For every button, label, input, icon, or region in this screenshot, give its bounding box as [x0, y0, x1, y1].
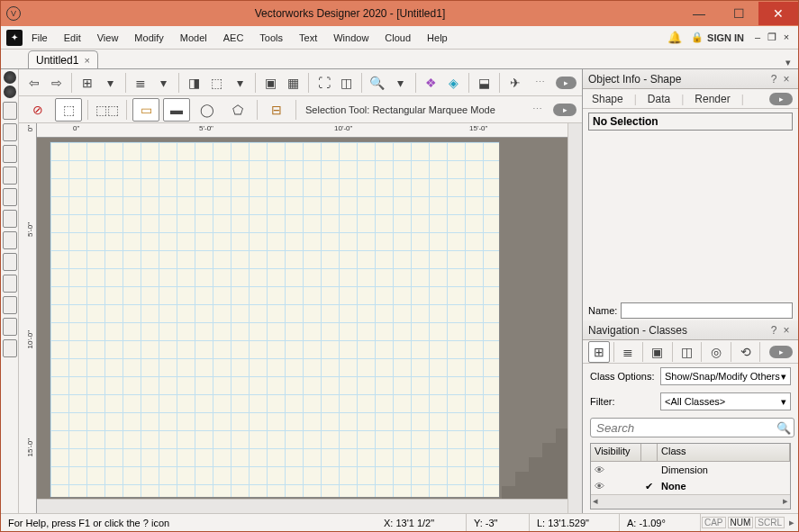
class-options-select[interactable]: Show/Snap/Modify Others▾ — [660, 367, 791, 385]
working-plane-dropdown[interactable]: ▾ — [231, 72, 250, 94]
scroll-right-icon[interactable]: ▸ — [783, 495, 788, 509]
doc-minimize-button[interactable]: – — [751, 32, 764, 43]
drawing-page[interactable] — [50, 141, 500, 498]
table-row[interactable]: 👁 ✔ None — [591, 478, 790, 494]
tab-close-icon[interactable]: × — [84, 55, 89, 66]
nav-classes-button[interactable]: ⊞ — [588, 341, 610, 363]
sign-in-button[interactable]: 🔒SIGN IN — [686, 32, 749, 43]
tab-render[interactable]: Render — [691, 93, 733, 105]
render-mode-button[interactable]: ❖ — [422, 72, 440, 94]
classes-dropdown[interactable]: ▾ — [101, 72, 120, 94]
object-info-toggle[interactable]: ▸ — [769, 93, 793, 105]
palette-tool-12[interactable] — [3, 339, 17, 357]
palette-tool-7[interactable] — [3, 231, 17, 249]
navigation-header[interactable]: Navigation - Classes ? × — [583, 320, 798, 340]
layers-button[interactable]: ≣ — [132, 72, 150, 94]
visibility-visible-icon[interactable]: 👁 — [591, 464, 607, 475]
multi-object-mode-button[interactable]: ⬚⬚ — [94, 98, 121, 122]
lasso-button[interactable]: ◯ — [194, 98, 221, 122]
filter-select[interactable]: <All Classes>▾ — [660, 392, 791, 410]
wall-insertion-button[interactable]: ⊟ — [263, 98, 290, 122]
palette-tool-3[interactable] — [3, 145, 17, 163]
nav-back-button[interactable]: ⇦ — [24, 72, 43, 94]
fit-to-page-button[interactable]: ⛶ — [314, 72, 333, 94]
palette-tool-5[interactable] — [3, 188, 17, 206]
maximize-button[interactable]: ☐ — [719, 2, 758, 25]
view-button-2[interactable]: ▦ — [284, 72, 303, 94]
tab-shape[interactable]: Shape — [588, 93, 627, 105]
menu-help[interactable]: Help — [420, 31, 455, 45]
doc-restore-button[interactable]: ❐ — [766, 32, 778, 43]
nav-design-layers-button[interactable]: ≣ — [618, 341, 640, 363]
minimize-button[interactable]: — — [679, 2, 719, 25]
col-blank[interactable] — [641, 444, 658, 461]
menu-model[interactable]: Model — [173, 31, 214, 45]
disable-interactive-mode-button[interactable]: ⊘ — [24, 98, 51, 122]
palette-tool-11[interactable] — [3, 318, 17, 336]
marquee-fill-button[interactable]: ▬ — [163, 98, 190, 122]
nav-forward-button[interactable]: ⇨ — [47, 72, 66, 94]
table-scrollbar[interactable]: ◂ ▸ — [591, 494, 790, 509]
zoom-button[interactable]: 🔍 — [368, 72, 386, 94]
toolbar-overflow-icon[interactable]: ⋯ — [531, 77, 549, 88]
panel-close-icon[interactable]: × — [780, 73, 793, 86]
palette-tool-10[interactable] — [3, 296, 17, 314]
menu-view[interactable]: View — [90, 31, 126, 45]
table-row[interactable]: 👁 Dimension — [591, 462, 790, 478]
nav-help-icon[interactable]: ? — [767, 324, 780, 337]
tab-dropdown-icon[interactable]: ▾ — [778, 57, 798, 68]
palette-dot-1[interactable] — [4, 71, 16, 84]
vertical-scrollbar[interactable] — [567, 123, 582, 513]
tab-data[interactable]: Data — [644, 93, 674, 105]
nav-references-button[interactable]: ⟲ — [735, 341, 757, 363]
single-object-mode-button[interactable]: ⬚ — [55, 98, 82, 122]
horizontal-scrollbar[interactable] — [37, 499, 567, 513]
app-logo-icon[interactable]: ✦ — [6, 30, 23, 46]
marquee-rect-button[interactable]: ▭ — [132, 98, 159, 122]
name-field[interactable] — [621, 302, 793, 319]
polygon-button[interactable]: ⬠ — [224, 98, 251, 122]
nav-close-icon[interactable]: × — [780, 324, 793, 337]
nav-sheet-layers-button[interactable]: ▣ — [647, 341, 668, 363]
object-info-header[interactable]: Object Info - Shape ? × — [583, 69, 798, 89]
close-button[interactable]: ✕ — [758, 2, 798, 25]
bell-icon[interactable]: 🔔 — [667, 31, 684, 44]
nav-viewports-button[interactable]: ◫ — [676, 341, 698, 363]
search-input[interactable] — [590, 418, 794, 437]
layers-dropdown[interactable]: ▾ — [154, 72, 173, 94]
menu-window[interactable]: Window — [326, 31, 376, 45]
panel-help-icon[interactable]: ? — [767, 73, 780, 86]
zoom-dropdown[interactable]: ▾ — [391, 72, 410, 94]
menu-text[interactable]: Text — [292, 31, 324, 45]
menu-tools[interactable]: Tools — [252, 31, 290, 45]
palette-tool-9[interactable] — [3, 275, 17, 293]
nav-saved-views-button[interactable]: ◎ — [705, 341, 727, 363]
modebar-overflow-icon[interactable]: ⋯ — [529, 104, 546, 115]
classes-button[interactable]: ⊞ — [77, 72, 96, 94]
doc-close-button[interactable]: × — [780, 32, 793, 43]
palette-tool-6[interactable] — [3, 210, 17, 228]
menu-cloud[interactable]: Cloud — [377, 31, 418, 45]
saved-views-button[interactable]: ◨ — [185, 72, 204, 94]
toolbar-toggle-2[interactable]: ▸ — [553, 104, 577, 116]
col-visibility[interactable]: Visibility — [591, 444, 641, 461]
current-view-button[interactable]: ◈ — [444, 72, 463, 94]
status-arrow-icon[interactable]: ▸ — [785, 517, 798, 528]
projection-button[interactable]: ⬓ — [475, 72, 494, 94]
visibility-visible-icon[interactable]: 👁 — [591, 481, 607, 491]
palette-tool-2[interactable] — [3, 123, 17, 141]
toolbar-toggle-1[interactable]: ▸ — [556, 77, 577, 89]
tab-untitled1[interactable]: Untitled1 × — [28, 50, 98, 68]
palette-tool-4[interactable] — [3, 167, 17, 185]
menu-modify[interactable]: Modify — [127, 31, 170, 45]
drawing-canvas[interactable] — [37, 138, 567, 499]
fit-to-objects-button[interactable]: ◫ — [337, 72, 356, 94]
menu-aec[interactable]: AEC — [216, 31, 251, 45]
nav-toggle[interactable]: ▸ — [769, 346, 793, 358]
flyover-button[interactable]: ✈ — [505, 72, 524, 94]
palette-tool-1[interactable] — [3, 102, 17, 120]
menu-file[interactable]: File — [24, 31, 55, 45]
search-icon[interactable]: 🔍 — [776, 421, 791, 435]
col-class[interactable]: Class — [658, 444, 790, 461]
look-at-working-plane-button[interactable]: ⬚ — [207, 72, 226, 94]
